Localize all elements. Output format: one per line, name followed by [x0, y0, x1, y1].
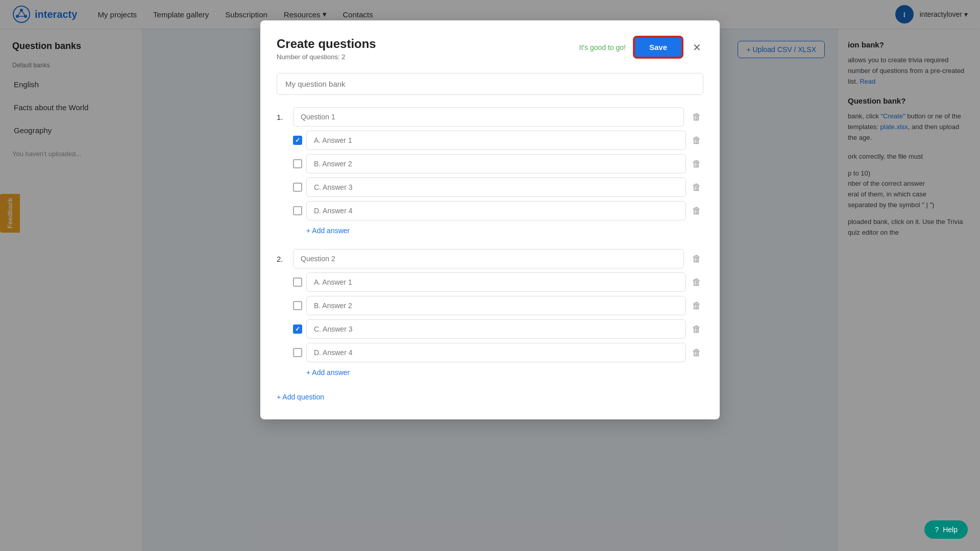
question-1-answer-c-input[interactable] [306, 178, 686, 197]
question-block-2: 2. 🗑 🗑 🗑 [277, 249, 703, 379]
add-question-button[interactable]: + Add question [277, 391, 324, 403]
question-2-answer-a-checkbox[interactable] [293, 278, 302, 287]
question-1-answer-d-row: 🗑 [293, 201, 703, 220]
question-2-answer-d-row: 🗑 [293, 343, 703, 362]
question-1-answer-d-delete-button[interactable]: 🗑 [690, 204, 703, 218]
question-1-add-answer-button[interactable]: + Add answer [306, 224, 350, 237]
question-2-number: 2. [277, 255, 287, 263]
question-2-add-answer-button[interactable]: + Add answer [306, 366, 350, 379]
modal-header: Create questions Number of questions: 2 … [277, 37, 703, 61]
question-2-input[interactable] [293, 249, 684, 268]
close-button[interactable]: ✕ [691, 39, 703, 56]
question-1-answer-d-input[interactable] [306, 201, 686, 220]
question-1-input[interactable] [293, 107, 684, 127]
modal-header-left: Create questions Number of questions: 2 [277, 37, 376, 61]
modal: Create questions Number of questions: 2 … [260, 20, 720, 419]
question-2-answer-b-input[interactable] [306, 296, 686, 315]
question-1-answer-b-checkbox[interactable] [293, 159, 302, 168]
question-1-answer-c-row: 🗑 [293, 178, 703, 197]
question-1-answer-b-row: 🗑 [293, 154, 703, 173]
question-2-answer-a-row: 🗑 [293, 272, 703, 292]
question-2-answer-a-delete-button[interactable]: 🗑 [690, 275, 703, 290]
question-2-answer-b-checkbox[interactable] [293, 301, 302, 310]
question-1-answer-d-checkbox[interactable] [293, 206, 302, 215]
modal-title: Create questions [277, 37, 376, 51]
question-2-answer-a-input[interactable] [306, 272, 686, 292]
question-1-row: 1. 🗑 [277, 107, 703, 127]
question-1-delete-button[interactable]: 🗑 [690, 110, 703, 124]
question-1-answer-b-delete-button[interactable]: 🗑 [690, 157, 703, 171]
question-1-answer-c-delete-button[interactable]: 🗑 [690, 180, 703, 195]
question-1-answer-c-checkbox[interactable] [293, 183, 302, 192]
question-2-answer-d-checkbox[interactable] [293, 348, 302, 357]
question-block-1: 1. 🗑 🗑 🗑 [277, 107, 703, 237]
question-1-answer-a-input[interactable] [306, 131, 686, 150]
question-2-row: 2. 🗑 [277, 249, 703, 268]
question-1-answer-a-row: 🗑 [293, 131, 703, 150]
question-2-answer-c-input[interactable] [306, 319, 686, 339]
help-icon: ? [935, 525, 939, 534]
good-to-go-label: It's good to go! [579, 43, 626, 52]
question-2-answer-b-delete-button[interactable]: 🗑 [690, 298, 703, 313]
question-2-answer-c-row: 🗑 [293, 319, 703, 339]
main-layout: Question banks Default banks English Fac… [0, 29, 980, 551]
bank-name-input[interactable] [277, 73, 703, 95]
question-2-answer-c-delete-button[interactable]: 🗑 [690, 322, 703, 337]
question-2-answer-b-row: 🗑 [293, 296, 703, 315]
question-2-delete-button[interactable]: 🗑 [690, 252, 703, 266]
question-2-answer-d-delete-button[interactable]: 🗑 [690, 345, 703, 360]
question-1-answer-b-input[interactable] [306, 154, 686, 173]
modal-subtitle: Number of questions: 2 [277, 53, 376, 61]
question-2-answer-d-input[interactable] [306, 343, 686, 362]
question-1-number: 1. [277, 113, 287, 121]
modal-overlay: Create questions Number of questions: 2 … [0, 0, 980, 551]
question-1-answer-a-checkbox[interactable] [293, 136, 302, 145]
help-button[interactable]: ? Help [924, 520, 968, 539]
modal-header-right: It's good to go! Save ✕ [579, 37, 703, 58]
question-1-answers: 🗑 🗑 🗑 [277, 131, 703, 237]
question-2-answer-c-checkbox[interactable] [293, 324, 302, 334]
question-2-answers: 🗑 🗑 🗑 [277, 272, 703, 379]
save-button[interactable]: Save [634, 37, 682, 58]
question-1-answer-a-delete-button[interactable]: 🗑 [690, 133, 703, 148]
